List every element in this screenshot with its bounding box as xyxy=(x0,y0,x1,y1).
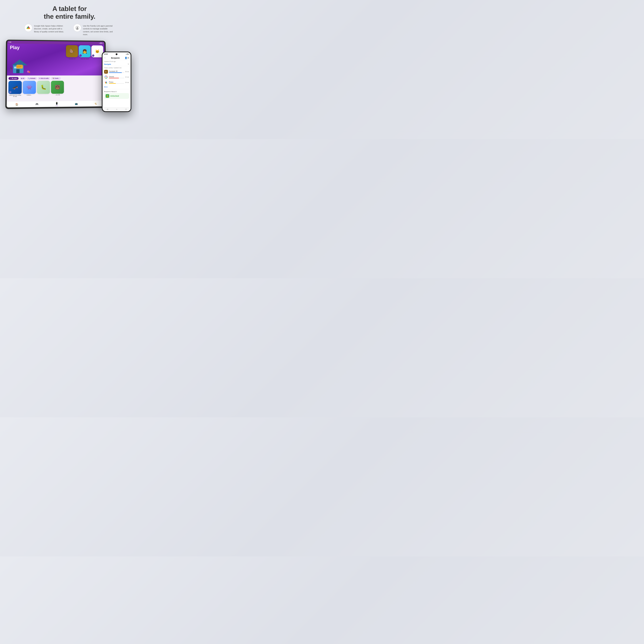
app-grid-mykids: 🐻 ...my Kids xyxy=(51,81,64,97)
app-row-chrome: Chrome 42 min xyxy=(103,74,131,80)
chrome-time: 42 min xyxy=(125,76,129,78)
toontastic-icon: 🦫 xyxy=(66,45,78,57)
tablet-screen: 1:15 ▲ ▌▌ ▮ Play 🔍 xyxy=(7,41,105,107)
app-row-photos: Photos 30 min xyxy=(103,80,131,85)
phone-time: 10:00 xyxy=(104,53,108,55)
toontastic-bar xyxy=(109,72,122,73)
devices-area: 1:15 ▲ ▌▌ ▮ Play 🔍 xyxy=(0,39,139,126)
phone-screen: 10:00 ▲ ▌ ▮ ← Benjamin 👤⚙ Updated 20 min… xyxy=(103,52,131,111)
refresh-icon[interactable]: ↻ xyxy=(128,63,129,65)
chrome-app-name: Chrome xyxy=(109,76,124,77)
toontastic-label: Toontastic 3D xyxy=(69,58,75,60)
filter-tab-all[interactable]: ⊞ All xyxy=(19,77,26,80)
more-link[interactable]: More xyxy=(103,85,131,89)
back-button[interactable]: ← xyxy=(104,57,106,59)
device-name: Benjamin's Nexus 5 xyxy=(104,91,129,92)
photos-time: 30 min xyxy=(125,82,129,83)
app-card-crayola[interactable]: 🐱 ✓ xyxy=(91,45,103,57)
game-house-illustration xyxy=(9,57,30,74)
app-grid-caterpillar: 🐛 xyxy=(37,81,50,97)
nav-video[interactable]: 📺 xyxy=(75,102,78,105)
page-title: A tablet for the entire family. xyxy=(0,5,139,20)
back-nav-button[interactable]: ◁ xyxy=(107,108,108,110)
phone-signal-icon: ▌ xyxy=(127,53,128,55)
nav-play[interactable]: 📱 Play xyxy=(55,102,58,106)
feature-family-link: Use the Family Link app's parental contr… xyxy=(73,24,115,36)
video-icon: 📺 xyxy=(75,102,78,105)
activity-header: Today's activity • Updated now xyxy=(103,66,131,69)
phone-header: ← Benjamin 👤⚙ xyxy=(103,56,131,60)
chrome-bar xyxy=(109,78,119,78)
filter-tab-artscrafts[interactable]: ✂ Arts & crafts xyxy=(38,77,50,80)
crayola-check: ✓ xyxy=(92,54,94,57)
endless-label: Endless... xyxy=(23,94,36,96)
chrome-app-icon xyxy=(104,75,108,79)
home-icon: 🏠 xyxy=(15,103,18,106)
unlocked-badge: 🔓 Unlocked xyxy=(104,93,129,99)
toontastic-time: 58 min xyxy=(125,71,129,72)
svg-rect-20 xyxy=(11,68,12,69)
family-link-icon xyxy=(75,26,79,30)
phone-divider xyxy=(103,89,131,89)
nav-games[interactable]: 🎮 xyxy=(35,103,38,106)
play-nav-icon: 📱 xyxy=(55,102,58,105)
app-grid: ✓ 🛹 Code Karts Pre-codingfor kids 👾 Endl… xyxy=(7,81,105,97)
all-grid-icon: ⊞ xyxy=(21,78,22,79)
app-card-toca[interactable]: 👧 ✓ xyxy=(79,45,91,57)
photos-bar-container xyxy=(109,83,124,84)
toca-check: ✓ xyxy=(79,54,82,57)
family-link-icon-circle xyxy=(73,24,81,32)
svg-marker-3 xyxy=(27,26,28,28)
filter-tab-cooking[interactable]: 🍳 Cooki... xyxy=(51,77,61,80)
codekarts-label: Code Karts Pre-codingfor kids xyxy=(8,94,22,97)
app-grid-codekarts: ✓ 🛹 Code Karts Pre-codingfor kids xyxy=(8,81,22,97)
tablet-status-icons: ▲ ▌▌ ▮ xyxy=(99,42,103,44)
svg-point-5 xyxy=(77,27,78,28)
nav-activity[interactable]: 🤸 xyxy=(94,102,97,105)
app-card-toontastic[interactable]: 🦫 xyxy=(66,45,78,57)
phone-camera xyxy=(116,53,117,55)
home-nav-button[interactable]: ○ xyxy=(116,108,117,110)
svg-marker-8 xyxy=(12,59,28,65)
tablet-device: 1:15 ▲ ▌▌ ▮ Play 🔍 xyxy=(5,40,106,109)
battery-icon: ▮ xyxy=(103,42,103,44)
lock-icon: 🔓 xyxy=(106,94,109,98)
chrome-app-info: Chrome xyxy=(109,76,124,78)
chrome-bar-container xyxy=(109,78,124,78)
page-header: A tablet for the entire family. xyxy=(0,0,139,23)
scissors-icon: ✂ xyxy=(39,78,40,79)
photos-bar xyxy=(109,83,116,84)
toontastic-app-icon: 🦫 xyxy=(104,70,108,74)
tablet-status-bar: 1:15 ▲ ▌▌ ▮ xyxy=(7,41,104,44)
kids-space-text: Google Kids Space helps children discove… xyxy=(34,24,66,33)
chrome-icon xyxy=(105,76,107,79)
navigate-label: Navigate xyxy=(104,63,111,65)
photos-icon xyxy=(105,81,107,84)
photos-app-info: Photos xyxy=(109,81,124,84)
person-settings-icon[interactable]: 👤⚙ xyxy=(125,57,129,59)
phone-battery-icon: ▮ xyxy=(128,53,129,55)
family-link-text: Use the Family Link app's parental contr… xyxy=(83,24,115,36)
play-nav-label: Play xyxy=(56,105,58,106)
tablet-nav-bar: 🏠 🎮 📱 Play 📺 🤸 xyxy=(7,100,105,107)
paw-icon: 🐾 xyxy=(28,78,30,79)
phone-wifi-icon: ▲ xyxy=(126,53,127,55)
filter-tab-animals[interactable]: 🐾 Animals xyxy=(27,77,37,80)
toca-label: Toca Life: World xyxy=(81,58,89,60)
kids-space-icon-circle xyxy=(24,24,32,32)
tablet-play-title: Play xyxy=(10,45,20,50)
svg-marker-2 xyxy=(28,26,30,28)
kids-space-icon xyxy=(26,26,31,30)
photos-app-icon xyxy=(104,81,108,84)
mykids-label: ...my Kids xyxy=(51,94,64,96)
recents-nav-button[interactable]: □ xyxy=(125,108,126,110)
myapps-check-icon: ✓ xyxy=(10,78,11,79)
phone-navigate-section[interactable]: Navigate ↻ xyxy=(103,62,131,66)
phone-device: 10:00 ▲ ▌ ▮ ← Benjamin 👤⚙ Updated 20 min… xyxy=(102,52,131,112)
svg-rect-10 xyxy=(14,67,16,68)
nav-home[interactable]: 🏠 xyxy=(15,103,18,106)
tablet-bottom-section: ✓ My apps ⊞ All 🐾 Animals ✂ Arts & craft… xyxy=(7,75,105,107)
phone-updated-text: Updated 20 min ago xyxy=(103,60,131,62)
filter-tab-myapps[interactable]: ✓ My apps xyxy=(9,77,19,80)
cooking-icon: 🍳 xyxy=(53,78,54,79)
